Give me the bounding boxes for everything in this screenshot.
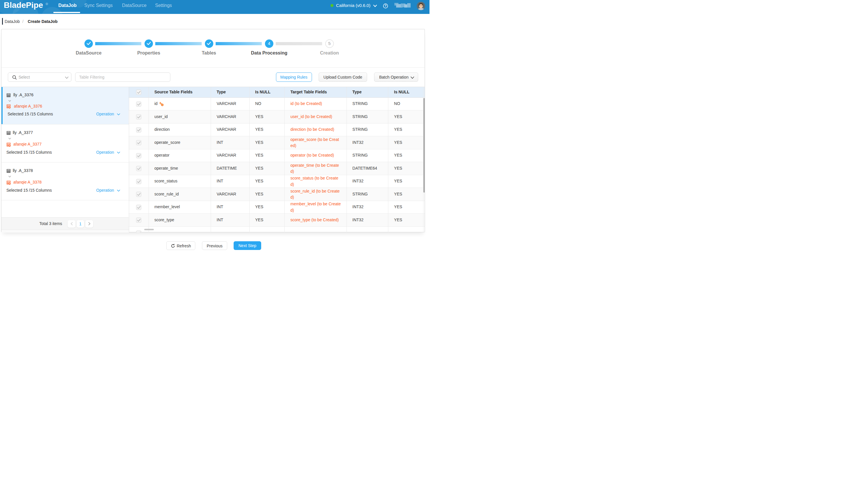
svg-text:?: ? [385, 4, 386, 7]
